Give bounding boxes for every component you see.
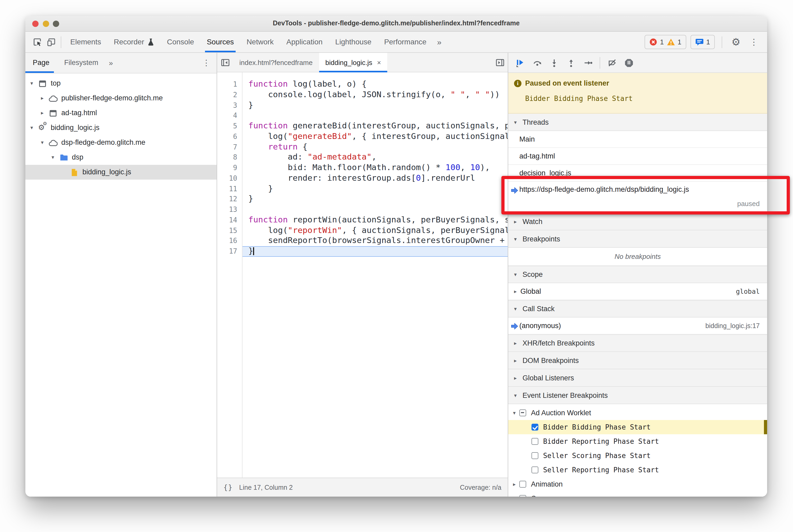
line-number[interactable]: 12 — [217, 194, 242, 205]
chevron-right-icon[interactable]: ▸ — [511, 496, 517, 497]
tab-page[interactable]: Page — [25, 53, 57, 73]
line-number[interactable]: 4 — [217, 111, 242, 121]
step-out-button[interactable] — [563, 55, 579, 70]
line-number[interactable]: 11 — [217, 184, 242, 194]
kebab-menu-icon[interactable]: ⋮ — [747, 35, 761, 49]
tab-sources[interactable]: Sources — [201, 32, 240, 52]
section-watch[interactable]: ▸ Watch — [508, 213, 767, 230]
more-navigator-tabs-chevron[interactable]: » — [106, 59, 116, 67]
tree-collapse-arrow-icon[interactable]: ▸ — [39, 95, 45, 101]
section-event-listener-breakpoints[interactable]: ▾ Event Listener Breakpoints — [508, 387, 767, 404]
tree-item-bidding-logic-js[interactable]: bidding_logic.js — [25, 165, 216, 179]
tree-expand-arrow-icon[interactable]: ▾ — [29, 80, 35, 86]
code-editor[interactable]: 1function log(label, o) {2 console.log(l… — [217, 72, 508, 478]
tree-item-label: top — [51, 76, 61, 91]
step-button[interactable] — [580, 55, 596, 70]
line-number[interactable]: 8 — [217, 152, 242, 163]
thread-item-ad-tag-html[interactable]: ad-tag.html — [508, 148, 767, 165]
section-dom-breakpoints[interactable]: ▸ DOM Breakpoints — [508, 352, 767, 369]
tree-expand-arrow-icon[interactable]: ▾ — [50, 154, 56, 160]
line-number[interactable]: 15 — [217, 225, 242, 236]
line-number[interactable]: 7 — [217, 142, 242, 152]
chevron-right-icon[interactable]: ▸ — [511, 481, 517, 487]
next-editor-tab-icon[interactable] — [492, 53, 508, 72]
chevron-right-icon: ▸ — [512, 219, 518, 225]
step-over-button[interactable] — [529, 55, 545, 70]
window-title-bar[interactable]: DevTools - publisher-fledge-demo.glitch.… — [25, 16, 767, 32]
tree-expand-arrow-icon[interactable]: ▾ — [29, 125, 35, 131]
line-number[interactable]: 5 — [217, 121, 242, 132]
section-call-stack[interactable]: ▾ Call Stack — [508, 300, 767, 318]
line-number[interactable]: 17 — [217, 246, 242, 257]
line-number[interactable]: 14 — [217, 215, 242, 226]
event-breakpoint-bidder-bidding-phase-start[interactable]: Bidder Bidding Phase Start — [508, 420, 767, 434]
line-content: return { — [242, 142, 508, 152]
checkbox-indeterminate[interactable] — [519, 410, 526, 416]
event-breakpoint-ad-auction-worklet[interactable]: ▾Ad Auction Worklet — [508, 406, 767, 420]
close-tab-icon[interactable]: × — [377, 58, 381, 66]
line-number[interactable]: 16 — [217, 236, 242, 246]
editor-tab-bidding-logic[interactable]: bidding_logic.js × — [319, 53, 388, 72]
tab-performance[interactable]: Performance — [378, 32, 433, 52]
resume-script-button[interactable] — [512, 55, 528, 70]
event-breakpoint-canvas[interactable]: ▸Canvas — [508, 491, 767, 497]
section-breakpoints[interactable]: ▾ Breakpoints — [508, 230, 767, 248]
pretty-print-icon[interactable]: {} — [224, 483, 233, 491]
checkbox-unchecked[interactable] — [531, 438, 539, 445]
tree-expand-arrow-icon[interactable]: ▾ — [39, 139, 45, 145]
section-xhr-breakpoints[interactable]: ▸ XHR/fetch Breakpoints — [508, 335, 767, 352]
tab-filesystem[interactable]: Filesystem — [57, 53, 106, 73]
editor-tab-index[interactable]: index.html?fencedframe — [233, 53, 319, 72]
step-into-button[interactable] — [546, 55, 562, 70]
tree-item-ad-tag-html[interactable]: ▸ad-tag.html — [25, 106, 216, 120]
pause-on-exceptions-button[interactable] — [621, 55, 637, 70]
thread-item-main[interactable]: Main — [508, 131, 767, 148]
tab-lighthouse[interactable]: Lighthouse — [329, 32, 378, 52]
event-breakpoint-animation[interactable]: ▸Animation — [508, 477, 767, 491]
line-number[interactable]: 1 — [217, 79, 242, 90]
tree-item-bidding-logic-js[interactable]: ▾⚙⚙bidding_logic.js — [25, 120, 216, 135]
tree-item-publisher-fledge-demo-glitch-me[interactable]: ▸publisher-fledge-demo.glitch.me — [25, 91, 216, 106]
thread-item-active[interactable]: https://dsp-fledge-demo.glitch.me/dsp/bi… — [508, 182, 767, 213]
tab-recorder[interactable]: Recorder — [108, 32, 161, 52]
more-panels-chevron[interactable]: » — [433, 38, 446, 46]
call-stack-frame[interactable]: (anonymous) bidding_logic.js:17 — [508, 318, 767, 335]
event-breakpoint-seller-reporting-phase-start[interactable]: Seller Reporting Phase Start — [508, 463, 767, 477]
checkbox-unchecked[interactable] — [531, 452, 539, 459]
event-breakpoint-bidder-reporting-phase-start[interactable]: Bidder Reporting Phase Start — [508, 434, 767, 449]
chevron-down-icon[interactable]: ▾ — [511, 410, 517, 416]
line-number[interactable]: 2 — [217, 90, 242, 100]
line-number[interactable]: 6 — [217, 132, 242, 142]
line-number[interactable]: 13 — [217, 205, 242, 215]
tree-item-dsp-fledge-demo-glitch-me[interactable]: ▾dsp-fledge-demo.glitch.me — [25, 135, 216, 150]
line-number[interactable]: 9 — [217, 163, 242, 173]
line-number[interactable]: 3 — [217, 100, 242, 111]
tab-application[interactable]: Application — [280, 32, 329, 52]
tab-network[interactable]: Network — [240, 32, 280, 52]
settings-gear-icon[interactable]: ⚙ — [729, 35, 743, 49]
tab-elements[interactable]: Elements — [64, 32, 108, 52]
deactivate-breakpoints-button[interactable] — [604, 55, 620, 70]
tree-item-top[interactable]: ▾top — [25, 76, 216, 91]
event-breakpoint-seller-scoring-phase-start[interactable]: Seller Scoring Phase Start — [508, 449, 767, 463]
thread-item-decision-logic-js[interactable]: decision_logic.js — [508, 165, 767, 182]
section-threads[interactable]: ▾ Threads — [508, 114, 767, 131]
hide-navigator-icon[interactable] — [217, 53, 233, 72]
tree-collapse-arrow-icon[interactable]: ▸ — [39, 110, 45, 116]
issues-badge[interactable]: 1 — [691, 35, 715, 49]
scope-row-global[interactable]: ▸ Global global — [508, 283, 767, 300]
tab-console[interactable]: Console — [161, 32, 201, 52]
section-global-listeners[interactable]: ▸ Global Listeners — [508, 369, 767, 387]
section-scope[interactable]: ▾ Scope — [508, 266, 767, 283]
checkbox-unchecked[interactable] — [519, 481, 526, 488]
checkbox-unchecked[interactable] — [531, 467, 539, 473]
checkbox-checked[interactable] — [531, 424, 539, 431]
line-number[interactable]: 10 — [217, 173, 242, 184]
errors-warnings-badge[interactable]: 1 1 — [645, 35, 686, 49]
event-breakpoint-label: Animation — [531, 480, 563, 488]
device-toolbar-icon[interactable] — [44, 35, 58, 49]
checkbox-unchecked[interactable] — [519, 495, 526, 497]
tree-item-dsp[interactable]: ▾dsp — [25, 150, 216, 165]
navigator-kebab-menu-icon[interactable]: ⋮ — [202, 58, 216, 68]
inspect-element-icon[interactable] — [31, 35, 44, 49]
